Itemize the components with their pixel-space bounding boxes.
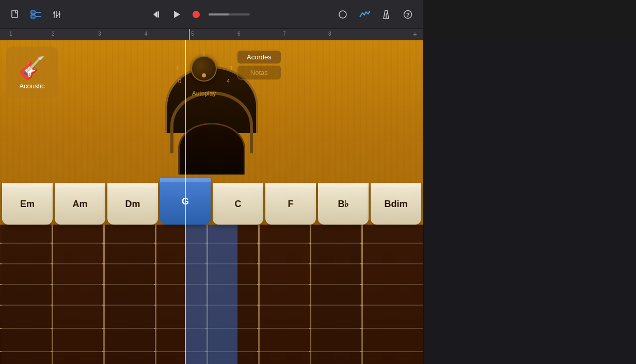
ruler-marks: 1 2 3 4 5 6 7 8 + [4, 29, 419, 40]
chord-c[interactable]: C [213, 183, 263, 225]
fretboard [0, 225, 423, 364]
new-button[interactable] [8, 7, 23, 22]
ruler-mark-3: 3 [98, 31, 101, 37]
add-track-button[interactable]: + [413, 30, 417, 38]
acordes-button[interactable]: Acordes [237, 51, 281, 64]
record-button[interactable] [189, 7, 203, 22]
knob-label-4: 4 [227, 78, 230, 84]
sound-hole-ring [170, 91, 253, 153]
master-button[interactable] [357, 7, 372, 22]
svg-rect-2 [31, 15, 35, 18]
chord-bdim[interactable]: Bdim [371, 183, 421, 225]
timeline-ruler[interactable]: 1 2 3 4 5 6 7 8 + [0, 29, 423, 40]
mixer-button[interactable] [50, 7, 64, 22]
play-button[interactable] [169, 7, 184, 22]
ruler-mark-8: 8 [328, 31, 331, 37]
playhead-ruler [189, 29, 190, 40]
fret-section-2 [105, 225, 154, 364]
volume-fill [209, 13, 229, 15]
svg-point-15 [339, 11, 346, 18]
ruler-mark-1: 1 [9, 31, 12, 37]
knob-container: 1 2 3 0 4 [186, 51, 222, 87]
fret-section-0 [2, 225, 51, 364]
mode-buttons: Acordes Notas [237, 51, 281, 80]
svg-marker-13 [174, 11, 180, 18]
fret-section-6 [311, 225, 360, 364]
svg-rect-10 [58, 13, 60, 15]
ruler-mark-2: 2 [52, 31, 55, 37]
ruler-mark-6: 6 [237, 31, 241, 37]
toolbar-center [150, 7, 250, 22]
metronome-button[interactable] [379, 7, 393, 22]
circle-button[interactable] [336, 7, 350, 22]
rewind-button[interactable] [150, 7, 164, 22]
chord-am[interactable]: Am [55, 183, 105, 225]
help-button[interactable]: ? [401, 7, 415, 22]
knob-dot [202, 73, 206, 77]
knob-label-3: 3 [229, 65, 232, 71]
svg-rect-12 [157, 11, 159, 18]
ruler-mark-5: 5 [191, 31, 194, 37]
ruler-mark-4: 4 [145, 31, 148, 37]
svg-point-14 [193, 11, 200, 18]
chord-active-highlight [186, 225, 237, 364]
instrument-name: Acoustic [19, 82, 44, 90]
chord-dm[interactable]: Dm [107, 183, 158, 225]
svg-marker-11 [153, 11, 157, 18]
autoplay-knob[interactable] [191, 56, 217, 82]
tracks-button[interactable] [29, 7, 43, 22]
toolbar-left [8, 7, 64, 22]
fret-section-1 [53, 225, 102, 364]
fret-section-5 [260, 225, 309, 364]
knob-label-0: 0 [178, 78, 181, 84]
instrument-panel[interactable]: 🎸 Acoustic [6, 46, 58, 98]
svg-rect-8 [53, 12, 55, 14]
chord-f[interactable]: F [265, 183, 316, 225]
chord-buttons-container: Em Am Dm G C F B♭ Bdim [0, 178, 423, 225]
ruler-mark-7: 7 [283, 31, 286, 37]
autoplay-label: Autoplay [192, 90, 216, 97]
autoplay-panel: 1 2 3 0 4 Autoplay [186, 51, 222, 97]
guitar-icon: 🎸 [19, 55, 45, 80]
playhead [185, 40, 186, 364]
notas-button[interactable]: Notas [237, 66, 281, 80]
toolbar-right: ? [336, 7, 415, 22]
toolbar: ? [0, 0, 423, 29]
svg-rect-9 [56, 15, 58, 17]
chord-em[interactable]: Em [2, 183, 53, 225]
svg-rect-0 [12, 10, 18, 18]
knob-label-1: 1 [176, 65, 179, 71]
guitar-area: 🎸 Acoustic 1 2 3 0 4 [0, 40, 423, 364]
svg-text:?: ? [406, 12, 410, 18]
chord-bb[interactable]: B♭ [318, 183, 369, 225]
main-area: 🎸 Acoustic 1 2 3 0 4 [0, 40, 636, 364]
volume-slider[interactable] [209, 13, 250, 15]
svg-rect-1 [31, 11, 35, 14]
fret-section-7 [363, 225, 423, 364]
right-panel [423, 40, 636, 364]
sound-hole-inner [178, 123, 245, 175]
